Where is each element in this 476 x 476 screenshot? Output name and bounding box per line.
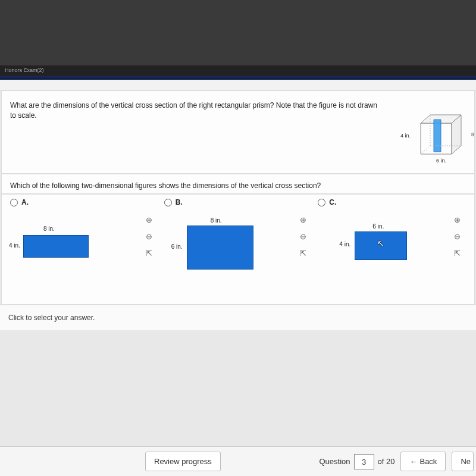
zoom-in-icon[interactable]: ⊕ [144,215,155,226]
question-indicator: Question 3 of 20 [320,454,395,469]
next-button[interactable]: Ne [452,452,474,471]
popout-icon[interactable]: ⇱ [144,248,155,259]
zoom-in-icon[interactable]: ⊕ [298,215,308,226]
popout-icon[interactable]: ⇱ [452,248,462,259]
sub-question-text: Which of the following two-dimensional f… [10,181,466,190]
tools-a: ⊕ ⊖ ⇱ [143,215,156,259]
zoom-in-icon[interactable]: ⊕ [452,215,462,226]
choice-b-label: B. [176,198,183,206]
svg-marker-3 [434,120,441,152]
prism-width-label: 6 in. [436,158,446,164]
rect-c [355,231,407,260]
question-label: Question [320,457,350,466]
radio-b[interactable] [164,199,172,206]
fig-b-top-dim: 8 in. [211,217,222,224]
fig-b-left-dim: 6 in. [171,243,183,250]
fig-a-left-dim: 4 in. [9,242,20,249]
prism-depth-label: 8 [471,131,474,137]
rect-b [187,226,253,270]
sub-question-panel: Which of the following two-dimensional f… [1,174,475,194]
popout-icon[interactable]: ⇱ [298,248,308,259]
prism-height-label: 4 in. [400,133,411,139]
tools-b: ⊕ ⊖ ⇱ [296,215,309,259]
choice-b-head: B. [164,198,312,206]
choice-b[interactable]: B. 8 in. 6 in. ⊕ ⊖ ⇱ [164,198,312,280]
radio-c[interactable] [318,199,325,206]
fig-c-left-dim: 4 in. [339,241,350,248]
choice-c-head: C. [318,198,466,206]
choice-a-head: A. [10,198,158,206]
back-label: Back [419,457,437,466]
app-screen: Honors Exam(2) What are the dimensions o… [0,65,476,476]
question-total: of 20 [378,457,395,466]
zoom-out-icon[interactable]: ⊖ [298,231,308,242]
choice-c-label: C. [329,198,336,206]
zoom-out-icon[interactable]: ⊖ [144,231,155,242]
next-label: Ne [461,457,471,466]
review-progress-button[interactable]: Review progress [145,452,221,471]
rect-a [23,235,89,258]
tools-c: ⊕ ⊖ ⇱ [450,215,464,259]
figure-b: 8 in. 6 in. ⊕ ⊖ ⇱ [164,209,312,280]
back-button[interactable]: ← Back [400,452,446,471]
question-text: What are the dimensions of the vertical … [10,101,379,121]
choices-panel: A. 8 in. 4 in. ⊕ ⊖ ⇱ B. 8 in. 6 [1,194,475,305]
title-strip: Honors Exam(2) [0,65,476,76]
spacer [0,80,476,90]
prism-figure: 4 in. 6 in. 8 [414,111,471,165]
question-panel: What are the dimensions of the vertical … [1,90,475,174]
fig-a-top-dim: 8 in. [43,226,55,232]
figure-c: 6 in. 4 in. ↖ ⊕ ⊖ ⇱ [318,209,466,280]
figure-a: 8 in. 4 in. ⊕ ⊖ ⇱ [10,209,158,280]
arrow-left-icon: ← [409,457,417,466]
footer-bar: Review progress Question 3 of 20 ← Back … [0,446,476,476]
instruction-text: Click to select your answer. [0,305,476,330]
choice-c[interactable]: C. 6 in. 4 in. ↖ ⊕ ⊖ ⇱ [318,198,466,280]
zoom-out-icon[interactable]: ⊖ [452,231,462,242]
choice-a[interactable]: A. 8 in. 4 in. ⊕ ⊖ ⇱ [10,198,158,280]
question-number-input[interactable]: 3 [354,454,374,469]
choice-a-label: A. [21,198,29,206]
fig-c-top-dim: 6 in. [372,223,384,230]
radio-a[interactable] [10,199,18,206]
